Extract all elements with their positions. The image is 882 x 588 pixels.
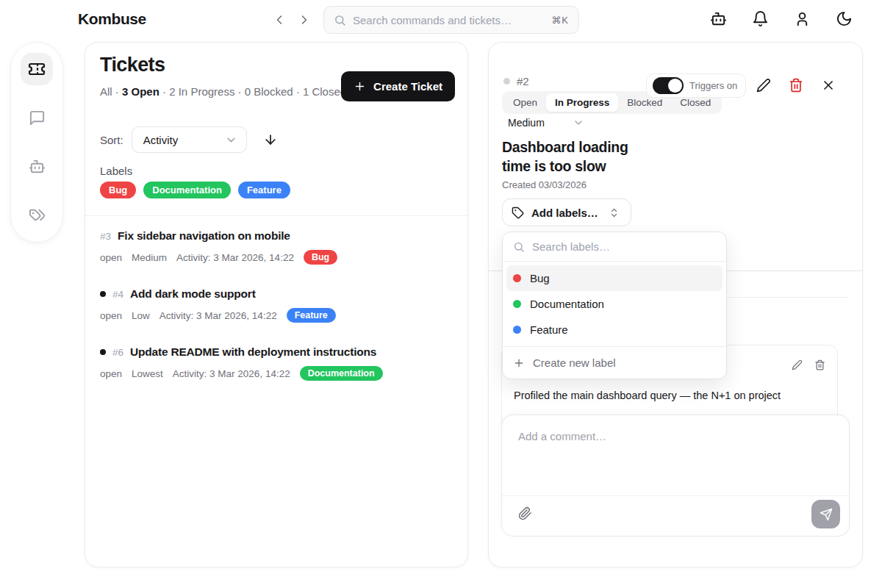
comment-input[interactable] [518,430,833,489]
unread-dot [100,349,106,355]
priority-select[interactable]: Medium [508,117,584,129]
account-button[interactable] [794,10,811,27]
rail-item-bots[interactable] [21,150,53,182]
triggers-label: Triggers on [689,80,737,91]
chevrons-up-down-icon [609,207,620,218]
edit-ticket-button[interactable] [756,78,771,93]
label-option-feature[interactable]: Feature [506,317,723,343]
ticket-priority: Lowest [132,368,163,379]
label-color-dot [513,274,521,282]
close-icon [821,78,836,93]
ticket-id: #4 [112,289,123,300]
sort-value: Activity [143,134,179,146]
ticket-priority: Low [132,310,150,321]
detail-ticket-id: #2 [517,75,529,87]
ticket-id: #3 [100,231,111,242]
delete-comment-button[interactable] [814,359,825,370]
rail-item-messages[interactable] [21,101,53,134]
pencil-icon [756,78,771,93]
priority-value: Medium [508,117,545,129]
attach-file-button[interactable] [518,506,532,520]
label-option-name: Feature [530,323,568,336]
pencil-icon [792,359,803,370]
created-date: Created 03/03/2026 [502,179,587,190]
global-search[interactable]: ⌘K [323,6,579,34]
plus-icon [354,80,366,93]
ticket-activity: Activity: 3 Mar 2026, 14:22 [176,252,294,263]
toggle-knob [668,79,682,93]
label-option-name: Bug [530,272,550,284]
trash-icon [789,78,803,93]
ticket-detail-panel: #2 Triggers on Open In Progress Blocked … [488,42,863,567]
app-window: Kombuse ⌘K [0,0,882,588]
label-chip-bug[interactable]: Bug [100,182,136,198]
ticket-title: Update README with deployment instructio… [130,345,376,359]
delete-ticket-button[interactable] [789,78,803,93]
ticket-detail-title: Dashboard loading time is too slow [502,138,645,176]
user-icon [794,10,811,27]
moon-icon [836,10,853,27]
label-color-dot [513,300,521,308]
labels-search-input[interactable] [532,240,716,253]
send-comment-button[interactable] [811,500,840,528]
app-logo: Kombuse [78,10,146,28]
ticket-list-item[interactable]: #3 Fix sidebar navigation on mobile open… [100,229,453,265]
notifications-button[interactable] [752,10,769,27]
label-option-name: Documentation [530,298,604,310]
rail-item-labels[interactable] [21,198,53,231]
unread-dot [100,291,106,297]
label-color-dot [513,326,521,334]
rail-item-tickets[interactable] [21,53,53,85]
label-chip-feature[interactable]: Feature [238,182,290,198]
labels-search-row[interactable] [503,232,726,262]
create-new-label-button[interactable]: Create new label [503,346,726,379]
tab-in-progress[interactable]: In Progress [546,93,618,112]
label-option-documentation[interactable]: Documentation [506,291,723,317]
create-new-label-text: Create new label [533,356,616,369]
topbar-actions [710,10,853,27]
arrow-down-icon [263,132,278,147]
ticket-title: Add dark mode support [130,287,256,301]
ticket-label-badge: Documentation [300,366,383,381]
tab-open[interactable]: Open [504,93,546,112]
summary-open-count: 3 Open [122,85,159,98]
create-ticket-button[interactable]: Create Ticket [341,71,455,101]
sort-select[interactable]: Activity [132,126,247,153]
ticket-status: open [100,252,122,263]
forward-button[interactable] [297,12,312,27]
ticket-icon [28,60,46,78]
ticket-status: open [100,310,122,321]
bell-icon [752,10,769,27]
summary-all: All · [100,85,122,98]
add-labels-button[interactable]: Add labels… [502,198,631,226]
chevron-down-icon [225,134,237,146]
bot-icon [29,158,46,175]
add-labels-label: Add labels… [531,207,598,219]
labels-dropdown: Bug Documentation Feature Create new lab… [502,232,727,379]
page-title: Tickets [100,54,165,76]
ticket-list-item[interactable]: #4 Add dark mode support open Low Activi… [100,287,453,323]
tickets-panel: Tickets All · 3 Open · 2 In Progress · 0… [85,42,468,567]
paperclip-icon [518,506,532,520]
ticket-label-badge: Feature [287,308,336,323]
sort-row: Sort: Activity [100,126,278,153]
composer-divider [502,495,849,496]
status-dot [503,78,510,85]
theme-toggle-button[interactable] [836,10,853,27]
ticket-label-badge: Bug [304,250,337,265]
back-button[interactable] [272,12,287,27]
label-option-bug[interactable]: Bug [506,265,723,291]
bot-button[interactable] [710,10,727,27]
comment-composer [501,415,850,537]
triggers-toggle-group[interactable]: Triggers on [646,74,746,98]
label-chip-documentation[interactable]: Documentation [143,182,231,198]
sort-direction-button[interactable] [263,132,278,147]
edit-comment-button[interactable] [792,359,803,370]
ticket-list-item[interactable]: #6 Update README with deployment instruc… [100,345,453,381]
triggers-toggle[interactable] [653,77,684,94]
label-filter-row: Bug Documentation Feature [100,182,290,198]
search-icon [334,14,346,26]
search-input[interactable] [353,14,545,26]
close-detail-button[interactable] [821,78,836,93]
chevron-down-icon [573,117,584,129]
